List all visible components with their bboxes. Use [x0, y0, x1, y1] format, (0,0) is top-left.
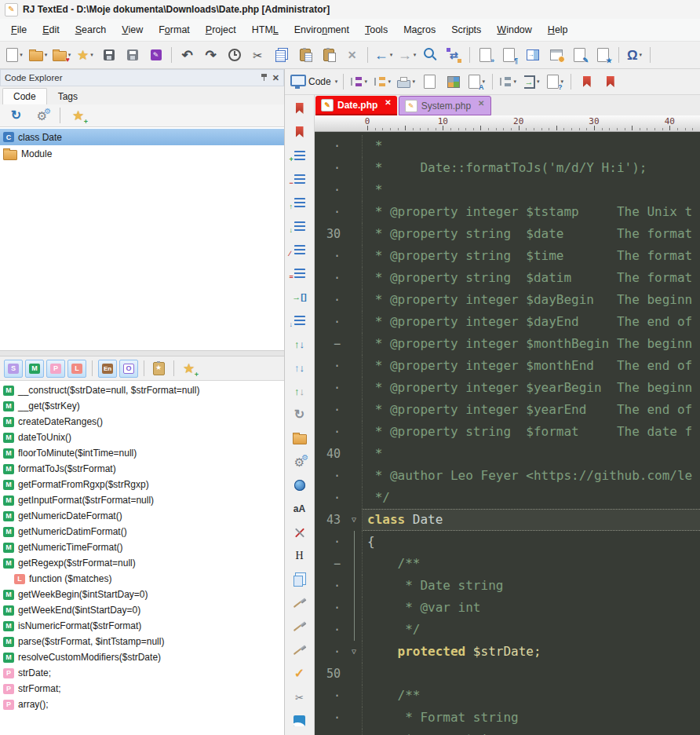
build-tool-2-button[interactable]	[290, 617, 310, 636]
menu-environment[interactable]: Environment	[286, 20, 357, 39]
function-list-item[interactable]: MgetNumericDateFormat()	[0, 508, 284, 524]
clipboard-history-button[interactable]	[290, 570, 310, 589]
tools-button[interactable]	[290, 523, 310, 542]
function-list-item[interactable]: PstrDate;	[0, 665, 284, 681]
document-wizard-button[interactable]: ★	[592, 45, 614, 66]
function-list-item[interactable]: MgetFormatFromRgxp($strRgxp)	[0, 477, 284, 492]
favorites-list-button[interactable]	[150, 360, 168, 377]
code-line[interactable]: · * Date string	[315, 575, 700, 597]
filter-p-toggle[interactable]: P	[46, 360, 65, 378]
code-line[interactable]: ·{	[315, 531, 700, 553]
tree-item[interactable]: Module	[0, 145, 284, 162]
paste-button[interactable]	[317, 45, 340, 66]
color-picker-button[interactable]	[442, 71, 465, 93]
function-list-item[interactable]: MresolveCustomModifiers($strDate)	[0, 649, 284, 665]
close-tab-icon[interactable]: ✕	[478, 99, 484, 108]
bookmark-button[interactable]	[599, 71, 622, 93]
undo-button[interactable]: ↶	[176, 45, 199, 66]
build-tool-1-button[interactable]	[290, 594, 310, 612]
add-favorite-button[interactable]: ★+	[180, 360, 198, 377]
line-number-gutter[interactable]: ·	[315, 245, 346, 267]
format-code-button[interactable]: »	[474, 45, 497, 66]
outline-structure-button[interactable]: ▾	[371, 71, 394, 93]
menu-macros[interactable]: Macros	[396, 20, 443, 39]
syntax-mode-button[interactable]: Code▾	[289, 71, 339, 93]
code-line[interactable]: 40 *	[315, 443, 700, 465]
function-list-item[interactable]: MgetRegexp($strFormat=null)	[0, 555, 284, 571]
bookmark-add-button[interactable]: +	[575, 71, 598, 93]
menu-format[interactable]: Format	[151, 20, 198, 39]
function-list-item[interactable]: MgetWeekEnd($intStartDay=0)	[0, 602, 284, 618]
menu-edit[interactable]: Edit	[35, 20, 67, 39]
special-characters-button[interactable]: Ω▾	[623, 45, 646, 66]
menu-window[interactable]: Window	[489, 20, 539, 39]
filter-l-toggle[interactable]: L	[67, 360, 86, 378]
navigate-forward-button[interactable]: →▾	[396, 45, 418, 66]
filter-m-toggle[interactable]: M	[25, 360, 44, 378]
code-line[interactable]: · *	[315, 179, 700, 201]
function-list-item[interactable]: M__get($strKey)	[0, 398, 284, 414]
code-line[interactable]: · * Date::formatToJs('m/d/Y H:i');	[315, 157, 700, 179]
outline-options-button[interactable]: ▾	[497, 71, 520, 93]
refresh-button[interactable]: ↻	[5, 105, 27, 126]
code-line[interactable]: · * @property string $format The date f	[315, 421, 700, 443]
tab-date-php[interactable]: ✎ Date.php ✕	[315, 96, 397, 115]
code-line[interactable]: ·▽ protected $strDate;	[315, 641, 700, 663]
line-number-gutter[interactable]: ·	[315, 135, 346, 157]
line-number-gutter[interactable]: ·	[315, 487, 346, 509]
menu-file[interactable]: File	[3, 20, 35, 39]
tab-system-php[interactable]: ✎ System.php ✕	[399, 96, 491, 115]
code-line[interactable]: · *	[315, 135, 700, 157]
panel-splitter[interactable]	[0, 350, 284, 357]
redo-button[interactable]: ↷	[199, 45, 222, 66]
line-number-gutter[interactable]: −	[315, 333, 346, 355]
copy-button[interactable]	[270, 45, 293, 66]
save-as-button[interactable]: ✎	[144, 45, 167, 66]
charts-button[interactable]	[290, 711, 310, 730]
code-line[interactable]: − /**	[315, 553, 700, 575]
line-number-gutter[interactable]: ·	[315, 575, 346, 597]
menu-project[interactable]: Project	[198, 20, 244, 39]
line-number-gutter[interactable]: ·	[315, 531, 346, 553]
favorites-button[interactable]: ★▾	[74, 45, 97, 66]
line-number-gutter[interactable]: 40	[315, 443, 346, 465]
line-number-gutter[interactable]: ·	[315, 399, 346, 421]
save-all-button[interactable]	[121, 45, 144, 66]
code-line[interactable]: · * @author Leo Feyer <https://github.co…	[315, 465, 700, 487]
remove-duplicate-lines-button[interactable]: ∕	[290, 240, 310, 259]
function-list-item[interactable]: MisNumericFormat($strFormat)	[0, 618, 284, 634]
function-list-item[interactable]: Mparse($strFormat, $intTstamp=null)	[0, 634, 284, 649]
document-info-button[interactable]	[418, 71, 441, 93]
edit-document-button[interactable]: ✎	[568, 45, 591, 66]
line-number-gutter[interactable]: −	[315, 553, 346, 575]
line-number-gutter[interactable]: ·	[315, 311, 346, 333]
reload-document-button[interactable]: ↻	[290, 405, 310, 424]
line-number-gutter[interactable]: ·	[315, 707, 346, 729]
filter-o-toggle[interactable]: O	[119, 360, 138, 378]
line-number-gutter[interactable]: ·	[315, 289, 346, 311]
code-line[interactable]: · /**	[315, 685, 700, 707]
line-number-gutter[interactable]: ·	[315, 201, 346, 223]
code-line[interactable]: · * @var string	[315, 729, 700, 735]
insert-line-button[interactable]: +	[290, 146, 310, 165]
sort-lines-button[interactable]: ↓	[290, 311, 310, 330]
line-number-gutter[interactable]: ·	[315, 179, 346, 201]
save-button[interactable]	[97, 45, 120, 66]
properties-button[interactable]: ⚙	[31, 105, 53, 126]
move-line-down-button[interactable]: ↓	[290, 217, 310, 236]
fold-marker-icon[interactable]: ▽	[346, 641, 362, 663]
code-line[interactable]: · * Format string	[315, 707, 700, 729]
function-list-item[interactable]: MgetNumericTimeFormat()	[0, 539, 284, 555]
function-list-item[interactable]: McreateDateRanges()	[0, 414, 284, 430]
document-help-button[interactable]: ?▾	[544, 71, 567, 93]
tab-code[interactable]: Code	[2, 88, 47, 104]
code-line[interactable]: · */	[315, 487, 700, 509]
new-file-button[interactable]: ▾	[3, 45, 26, 66]
menu-html[interactable]: HTML	[244, 20, 286, 39]
font-format-button[interactable]: A▾	[465, 71, 488, 93]
side-panel-button[interactable]	[521, 45, 544, 66]
add-favorite-button[interactable]: ★+	[67, 105, 89, 126]
code-line[interactable]: · * @property integer $dayBegin The begi…	[315, 289, 700, 311]
close-tab-icon[interactable]: ✕	[385, 98, 391, 107]
goto-button[interactable]: →▾	[520, 71, 543, 93]
